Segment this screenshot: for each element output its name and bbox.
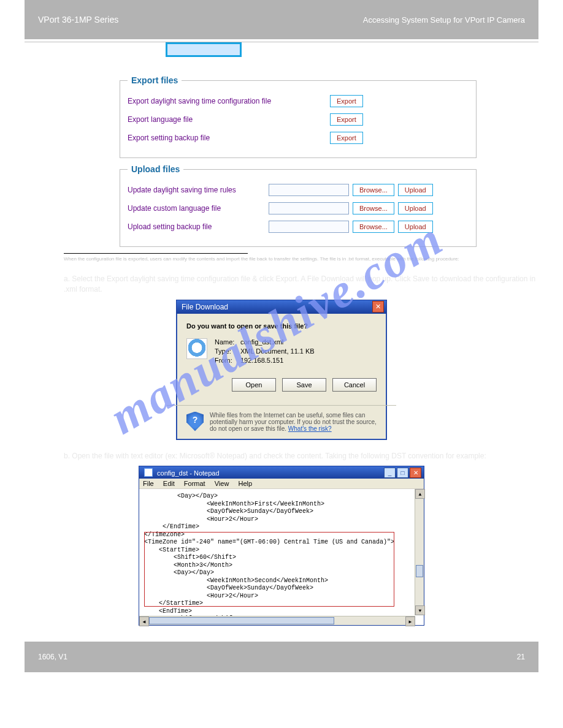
meta-key: From: <box>215 357 240 364</box>
dialog-prompt: Do you want to open or save this file? <box>186 322 377 330</box>
file-type-icon <box>186 338 207 359</box>
upload-path-input[interactable] <box>269 221 349 233</box>
notepad-titlebar[interactable]: config_dst - Notepad _ □ ✕ <box>139 466 424 479</box>
notepad-editor[interactable]: <Day></Day> <WeekInMonth>First</WeekInMo… <box>139 489 424 625</box>
footer-right: 21 <box>517 653 525 661</box>
upload-row-lang: Update custom language file Browse... Up… <box>128 201 465 216</box>
file-metadata: Name:config_dst.xml Type:XML Document, 1… <box>215 338 315 366</box>
notepad-window: config_dst - Notepad _ □ ✕ File Edit For… <box>139 466 424 626</box>
scroll-right-icon[interactable]: ▶ <box>405 616 415 626</box>
browse-button[interactable]: Browse... <box>353 221 394 233</box>
scroll-thumb[interactable] <box>416 565 423 577</box>
menu-help[interactable]: Help <box>238 480 252 487</box>
export-button[interactable]: Export <box>330 95 363 107</box>
export-row-backup: Export setting backup file Export <box>128 131 465 145</box>
upload-label: Update daylight saving time rules <box>128 186 269 194</box>
menu-file[interactable]: File <box>143 480 154 487</box>
upload-label: Update custom language file <box>128 204 269 213</box>
horizontal-scrollbar[interactable]: ◀ ▶ <box>139 616 415 625</box>
export-label: Export daylight saving time configuratio… <box>128 97 330 105</box>
scroll-down-icon[interactable]: ▼ <box>415 605 425 615</box>
page-header: VPort 36-1MP Series Accessing System Set… <box>25 0 538 39</box>
step-a-text: a. Select the Export daylight saving tim… <box>64 274 538 295</box>
file-download-dialog: File Download ✕ Do you want to open or s… <box>176 300 387 440</box>
dialog-titlebar[interactable]: File Download ✕ <box>177 300 386 314</box>
minimize-icon[interactable]: _ <box>384 468 396 478</box>
close-icon[interactable]: ✕ <box>372 301 384 313</box>
scroll-thumb[interactable] <box>149 617 334 624</box>
upload-button[interactable]: Upload <box>398 221 433 233</box>
doc-title: VPort 36-1MP Series <box>38 15 118 25</box>
export-row-lang: Export language file Export <box>128 112 465 127</box>
footer-left: 1606, V1 <box>38 653 67 661</box>
system-maintenance-button[interactable] <box>166 42 242 57</box>
upload-row-dst: Update daylight saving time rules Browse… <box>128 183 465 197</box>
menu-format[interactable]: Format <box>184 480 205 487</box>
export-files-group: Export files Export daylight saving time… <box>120 75 477 158</box>
save-button[interactable]: Save <box>282 378 326 392</box>
menu-view[interactable]: View <box>215 480 229 487</box>
shield-icon <box>186 412 204 431</box>
meta-key: Type: <box>215 347 240 355</box>
meta-key: Name: <box>215 338 240 346</box>
step-b-text: b. Open the file with text editor (ex: M… <box>64 451 538 461</box>
upload-label: Upload setting backup file <box>128 222 269 231</box>
whats-the-risk-link[interactable]: What's the risk? <box>288 425 332 432</box>
cancel-button[interactable]: Cancel <box>332 378 377 392</box>
scroll-left-icon[interactable]: ◀ <box>139 616 149 626</box>
meta-value: 192.168.5.151 <box>240 357 283 364</box>
maximize-icon[interactable]: □ <box>397 468 408 478</box>
meta-value: XML Document, 11.1 KB <box>240 347 315 355</box>
export-button[interactable]: Export <box>330 132 363 144</box>
menu-edit[interactable]: Edit <box>163 480 175 487</box>
upload-button[interactable]: Upload <box>398 202 433 214</box>
browse-button[interactable]: Browse... <box>353 184 394 196</box>
meta-value: config_dst.xml <box>240 338 283 346</box>
export-legend: Export files <box>128 75 182 85</box>
scroll-up-icon[interactable]: ▲ <box>415 489 425 499</box>
export-label: Export language file <box>128 115 330 124</box>
page-footer: 1606, V1 21 <box>25 642 538 672</box>
upload-row-backup: Upload setting backup file Browse... Upl… <box>128 219 465 234</box>
notepad-icon <box>144 468 153 477</box>
footnote-text: When the configuration file is exported,… <box>64 256 563 262</box>
close-icon[interactable]: ✕ <box>410 468 421 478</box>
upload-path-input[interactable] <box>269 184 349 196</box>
footnote-rule <box>64 253 248 254</box>
highlight-box <box>144 532 394 607</box>
upload-button[interactable]: Upload <box>398 184 433 196</box>
notepad-menubar[interactable]: File Edit Format View Help <box>139 479 424 489</box>
doc-section: Accessing System Setup for VPort IP Came… <box>363 15 525 25</box>
header-divider <box>25 42 538 42</box>
dialog-title: File Download <box>182 303 228 311</box>
upload-path-input[interactable] <box>269 202 349 214</box>
upload-legend: Upload files <box>128 164 183 174</box>
vertical-scrollbar[interactable]: ▲ ▼ <box>415 489 424 615</box>
browse-button[interactable]: Browse... <box>353 202 394 214</box>
warning-text: While files from the Internet can be use… <box>210 412 377 432</box>
export-row-dst: Export daylight saving time configuratio… <box>128 94 465 108</box>
export-button[interactable]: Export <box>330 113 363 126</box>
open-button[interactable]: Open <box>232 378 276 392</box>
notepad-title: config_dst - Notepad <box>144 468 220 477</box>
upload-files-group: Upload files Update daylight saving time… <box>120 164 477 247</box>
export-label: Export setting backup file <box>128 134 330 142</box>
